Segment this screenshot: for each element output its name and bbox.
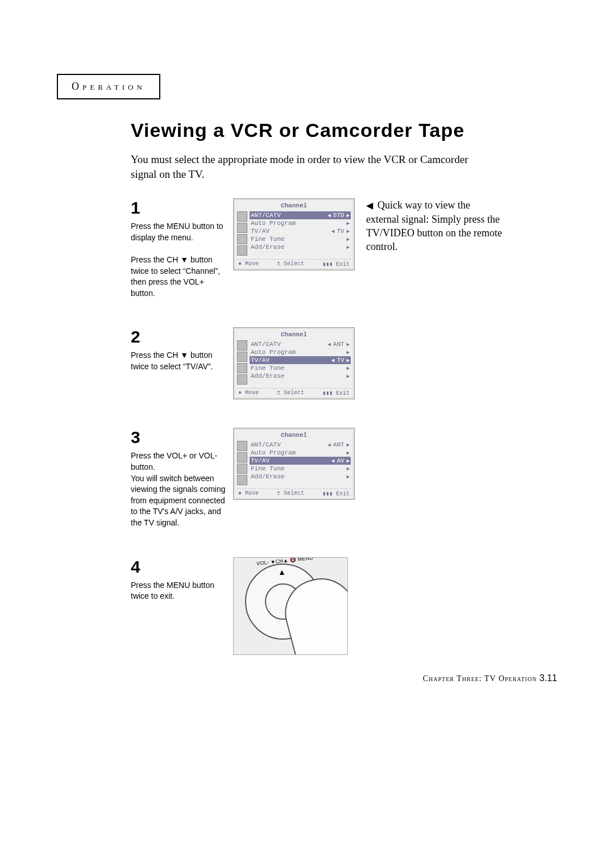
osd-item: ANT/CATV ANT <box>250 340 351 348</box>
right-arrow-icon <box>347 228 350 235</box>
osd-menu-list: ANT/CATV ANT Auto Program TV/AV AV Fine … <box>250 441 351 485</box>
osd-item-label: Auto Program <box>251 220 296 227</box>
step-text: Press the MENU button twice to exit. <box>131 580 227 602</box>
right-arrow-icon <box>347 244 350 251</box>
right-arrow-icon <box>347 441 350 448</box>
left-arrow-icon <box>331 228 334 235</box>
osd-item-label: TV/AV <box>251 357 269 364</box>
osd-sidebar-icons <box>237 441 247 485</box>
step-text: Press the VOL+ or VOL- button. You will … <box>131 450 227 528</box>
osd-item-label: Fine Tune <box>251 365 284 372</box>
step-2: 2 Press the CH ▼ button twice to select … <box>131 327 557 399</box>
osd-title: Channel <box>237 331 351 338</box>
right-arrow-icon <box>347 373 350 379</box>
osd-item: Add/Erase <box>250 372 351 380</box>
osd-footer-select: ± Select <box>277 390 304 397</box>
osd-item: Fine Tune <box>250 364 351 372</box>
osd-item-label: Add/Erase <box>251 473 284 480</box>
osd-item-label: ANT/CATV <box>251 212 281 219</box>
step-text-line: Press the MENU button twice to exit. <box>131 581 214 601</box>
step-number: 4 <box>131 557 227 577</box>
osd-item: Auto Program <box>250 449 351 457</box>
osd-item-label: Auto Program <box>251 449 296 456</box>
step-number: 1 <box>131 198 227 218</box>
osd-item-value: STD <box>333 212 345 219</box>
page-footer: Chapter Three: TV Operation 3.11 <box>423 673 557 683</box>
side-note-text: Quick way to view the external signal: S… <box>366 199 502 252</box>
osd-item: Add/Erase <box>250 473 351 481</box>
osd-item-label: Auto Program <box>251 349 296 356</box>
right-arrow-icon <box>347 457 350 464</box>
left-arrow-icon <box>327 212 330 219</box>
right-arrow-icon <box>347 212 350 219</box>
step-3: 3 Press the VOL+ or VOL- button. You wil… <box>131 428 557 528</box>
osd-item: Fine Tune <box>250 235 351 243</box>
step-text-line: Press the VOL+ or VOL- button. <box>131 451 217 471</box>
osd-item-value: TV <box>337 228 344 235</box>
osd-item-label: Add/Erase <box>251 373 284 379</box>
osd-menu-list: ANT/CATV STD Auto Program TV/AV TV Fine … <box>250 211 351 256</box>
right-arrow-icon <box>347 220 350 227</box>
note-arrow-icon <box>366 199 377 211</box>
right-arrow-icon <box>347 236 350 243</box>
step-number: 3 <box>131 428 227 447</box>
right-arrow-icon <box>347 341 350 348</box>
footer-page-number: 3.11 <box>540 673 557 683</box>
osd-footer-select: ± Select <box>277 490 304 497</box>
osd-item-label: TV/AV <box>251 228 269 235</box>
step-4: 4 Press the MENU button twice to exit. V… <box>131 557 557 655</box>
side-note: Quick way to view the external signal: S… <box>366 198 503 253</box>
step-text: Press the MENU button to display the men… <box>131 221 227 299</box>
osd-footer: ♦ Move ± Select ▮▮▮ Exit <box>237 388 351 397</box>
osd-item-label: Add/Erase <box>251 244 284 251</box>
osd-sidebar-icons <box>237 211 247 256</box>
osd-footer-move: ♦ Move <box>238 490 259 497</box>
osd-footer-move: ♦ Move <box>238 390 259 397</box>
osd-item: Fine Tune <box>250 465 351 473</box>
osd-title: Channel <box>237 202 351 209</box>
osd-item: ANT/CATV ANT <box>250 441 351 449</box>
right-arrow-icon <box>347 349 350 356</box>
osd-item: TV/AV AV <box>250 457 351 465</box>
osd-item-value: ANT <box>333 441 345 448</box>
osd-item-label: Fine Tune <box>251 236 284 243</box>
osd-item: TV/AV TV <box>250 227 351 235</box>
osd-menu-list: ANT/CATV ANT Auto Program TV/AV TV Fine … <box>250 340 351 385</box>
osd-title: Channel <box>237 432 351 439</box>
right-arrow-icon <box>347 465 350 472</box>
osd-item-value: AV <box>337 457 344 464</box>
osd-item-value: TV <box>337 357 344 364</box>
osd-screenshot-1: Channel ANT/CATV STD Auto Program TV/AV <box>233 198 355 270</box>
osd-item-label: ANT/CATV <box>251 341 281 348</box>
step-1: 1 Press the MENU button to display the m… <box>131 198 557 299</box>
step-text: Press the CH ▼ button twice to select “T… <box>131 350 227 372</box>
osd-footer-select: ± Select <box>277 261 304 268</box>
intro-text: You must select the appropriate mode in … <box>131 152 495 181</box>
osd-item: Auto Program <box>250 219 351 227</box>
osd-sidebar-icons <box>237 340 247 385</box>
osd-footer-exit: ▮▮▮ Exit <box>322 490 350 497</box>
left-arrow-icon <box>331 357 334 364</box>
page-title: Viewing a VCR or Camcorder Tape <box>131 119 557 141</box>
step-text-line: Press the CH ▼ button twice to select “T… <box>131 350 213 371</box>
osd-screenshot-2: Channel ANT/CATV ANT Auto Program TV/AV <box>233 327 355 399</box>
remote-illustration: VOL- ▼CH▲ 🔇 MENU <box>233 557 348 655</box>
right-arrow-icon <box>347 449 350 456</box>
osd-footer-move: ♦ Move <box>238 261 259 268</box>
step-text-line: Press the MENU button to display the men… <box>131 222 223 242</box>
step-text-line: Press the CH ▼ button twice to select “C… <box>131 255 220 298</box>
osd-item-label: ANT/CATV <box>251 441 281 448</box>
right-arrow-icon <box>347 357 350 364</box>
left-arrow-icon <box>331 457 334 464</box>
left-arrow-icon <box>327 341 330 348</box>
left-arrow-icon <box>327 441 330 448</box>
step-text-line: You will switch between viewing the sign… <box>131 474 226 527</box>
osd-item-value: ANT <box>333 341 345 348</box>
osd-screenshot-3: Channel ANT/CATV ANT Auto Program TV/AV <box>233 428 355 500</box>
osd-item-label: Fine Tune <box>251 465 284 472</box>
right-arrow-icon <box>347 473 350 480</box>
osd-item: TV/AV TV <box>250 356 351 364</box>
step-number: 2 <box>131 327 227 347</box>
osd-footer: ♦ Move ± Select ▮▮▮ Exit <box>237 489 351 497</box>
footer-chapter: Chapter Three: TV Operation <box>423 674 537 683</box>
